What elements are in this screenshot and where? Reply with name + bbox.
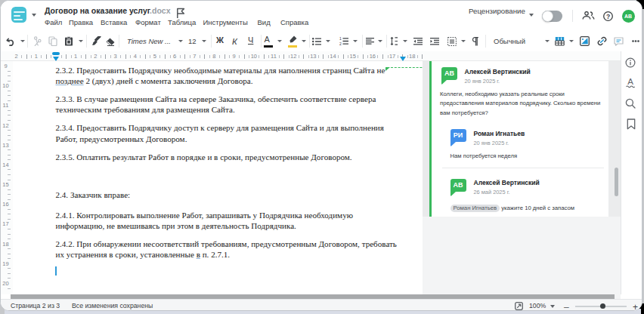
svg-text:А: А — [627, 77, 633, 86]
svg-text:1: 1 — [339, 37, 342, 41]
svg-text:2: 2 — [339, 42, 342, 45]
svg-text:?: ? — [605, 13, 609, 20]
